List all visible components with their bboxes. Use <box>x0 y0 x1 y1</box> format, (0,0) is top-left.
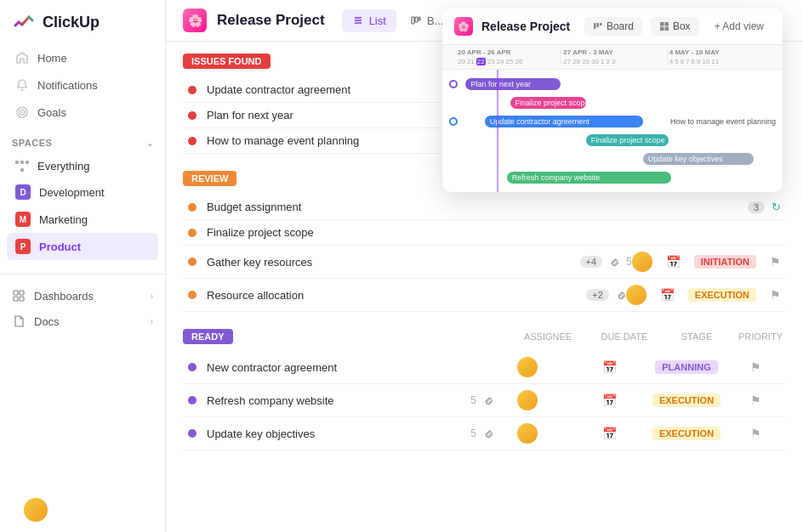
sidebar-item-docs[interactable]: Docs › <box>0 308 165 334</box>
tab-list[interactable]: List <box>342 9 396 32</box>
refresh-icon: ↻ <box>772 201 781 213</box>
tab-board-label: B... <box>427 14 444 27</box>
table-row: Budget assignment 3 ↻ <box>183 195 786 220</box>
sidebar-item-notifications[interactable]: Notifications <box>7 71 158 99</box>
docs-icon <box>12 314 26 328</box>
sidebar-item-marketing[interactable]: M Marketing <box>7 206 158 233</box>
svg-rect-19 <box>664 27 669 31</box>
paperclip-icon <box>483 428 493 439</box>
svg-rect-12 <box>419 17 420 20</box>
gantt-add-view[interactable]: + Add view <box>708 17 771 36</box>
date-num: 20 <box>458 58 465 65</box>
product-label: Product <box>39 241 81 253</box>
svg-rect-14 <box>596 23 599 27</box>
spaces-section-header: Spaces ⌄ <box>12 138 153 148</box>
gantt-row: Finalize project scope <box>442 93 783 112</box>
calendar-icon: 📅 <box>660 288 675 302</box>
col-duedate: DUE DATE <box>590 331 658 342</box>
bell-icon <box>15 78 29 92</box>
sidebar-item-development[interactable]: D Development <box>7 178 158 206</box>
bullet-icon <box>188 429 196 438</box>
bar-area: Update key objectives <box>459 153 776 165</box>
bar-label: Update contractor agreement <box>490 117 589 126</box>
issues-badge: ISSUES FOUND <box>183 54 271 69</box>
bar-area: Refresh company website <box>459 172 776 184</box>
task-row-right: 📅 EXECUTION ⚑ <box>493 390 781 410</box>
bullet-icon <box>188 203 196 212</box>
product-dot: P <box>15 239 31 254</box>
task-row-right: 📅 INITIATION ⚑ <box>632 252 781 272</box>
svg-rect-18 <box>660 27 664 31</box>
table-row: New contractor agreement 📅 PLANNING ⚑ <box>183 351 786 384</box>
attachment-count: 5 <box>470 427 476 439</box>
bullet-icon <box>188 291 196 299</box>
spaces-list: Everything D Development M Marketing P P… <box>0 153 165 260</box>
date-num: 2 <box>606 58 609 65</box>
task-name: Update key objectives <box>207 427 464 440</box>
date-num: 6 <box>681 58 684 65</box>
col-assignee: ASSIGNEE <box>514 331 582 342</box>
development-dot: D <box>15 184 31 200</box>
task-name: Gather key resources <box>207 256 573 269</box>
count-badge: 3 <box>748 201 765 213</box>
ready-badge: READY <box>183 329 233 344</box>
assignee-avatar <box>632 252 652 272</box>
date-num: 3 <box>612 58 615 65</box>
gantt-tab-box[interactable]: Box <box>651 17 699 36</box>
flag-icon: ⚑ <box>750 360 761 374</box>
date-num: 10 <box>702 58 709 65</box>
date-num: 9 <box>697 58 700 65</box>
ready-header-row: READY ASSIGNEE DUE DATE STAGE PRIORITY <box>183 329 786 344</box>
bar-label: Finalize project scope <box>591 136 665 144</box>
sidebar-item-home[interactable]: Home <box>7 44 158 71</box>
svg-point-2 <box>21 111 23 113</box>
date-num: 21 <box>467 58 475 65</box>
bullet-icon <box>188 86 196 94</box>
clickup-logo-icon <box>12 10 36 34</box>
bullet-icon <box>188 137 196 145</box>
header-tabs: List B... <box>342 9 454 32</box>
gantt-row: Plan for next year <box>442 75 783 93</box>
gantt-row: Refresh company website <box>442 168 783 187</box>
paperclip-icon <box>609 257 619 267</box>
calendar-icon: 📅 <box>602 427 617 440</box>
gantt-row: Update contractor agreement How to manag… <box>442 112 783 131</box>
spaces-chevron-icon[interactable]: ⌄ <box>146 139 154 148</box>
sidebar-item-goals[interactable]: Goals <box>7 99 158 126</box>
date-num: 7 <box>686 58 689 65</box>
user-avatar[interactable] <box>24 498 48 522</box>
sidebar-home-label: Home <box>37 52 67 65</box>
bar-label: Finalize project scope <box>515 99 586 107</box>
task-name: Finalize project scope <box>207 226 781 239</box>
date-num: 24 <box>497 58 504 65</box>
gantt-label-right: How to manage event planning <box>670 117 776 126</box>
task-meta: +4 5 <box>580 256 632 268</box>
home-icon <box>15 51 29 65</box>
gantt-tab-board[interactable]: Board <box>584 17 642 36</box>
board-icon-small <box>593 21 603 31</box>
dashboards-label: Dashboards <box>34 290 94 303</box>
bullet-icon <box>188 258 196 266</box>
task-row-right: 📅 EXECUTION ⚑ <box>493 423 781 444</box>
spaces-section: Spaces ⌄ <box>0 126 165 153</box>
svg-rect-15 <box>600 23 602 25</box>
gantt-date-group-3: 4 MAY - 10 MAY 4 5 6 7 8 9 10 11 <box>667 48 783 65</box>
attachment-count: 5 <box>626 256 632 268</box>
flag-icon: ⚑ <box>750 393 761 407</box>
date-group-label: 4 MAY - 10 MAY <box>669 48 781 56</box>
count-badge: +4 <box>580 256 603 268</box>
dashboards-chevron: › <box>151 291 153 301</box>
date-today: 22 <box>476 58 486 65</box>
sidebar-item-dashboards[interactable]: Dashboards › <box>0 283 165 308</box>
assignee-avatar <box>517 357 538 377</box>
table-row: Update key objectives 5 📅 EXECUTION ⚑ <box>183 417 786 450</box>
table-row: Resource allocation +2 📅 EXECUTION ⚑ <box>183 279 786 312</box>
task-meta: 3 ↻ <box>748 201 781 213</box>
stage-badge: EXECUTION <box>688 288 756 302</box>
sidebar-item-everything[interactable]: Everything <box>7 153 158 178</box>
task-name: New contractor agreement <box>207 361 493 374</box>
target-icon <box>15 105 29 119</box>
assignee-avatar <box>517 390 538 410</box>
stage-badge: EXECUTION <box>652 393 720 407</box>
sidebar-item-product[interactable]: P Product <box>7 233 158 260</box>
